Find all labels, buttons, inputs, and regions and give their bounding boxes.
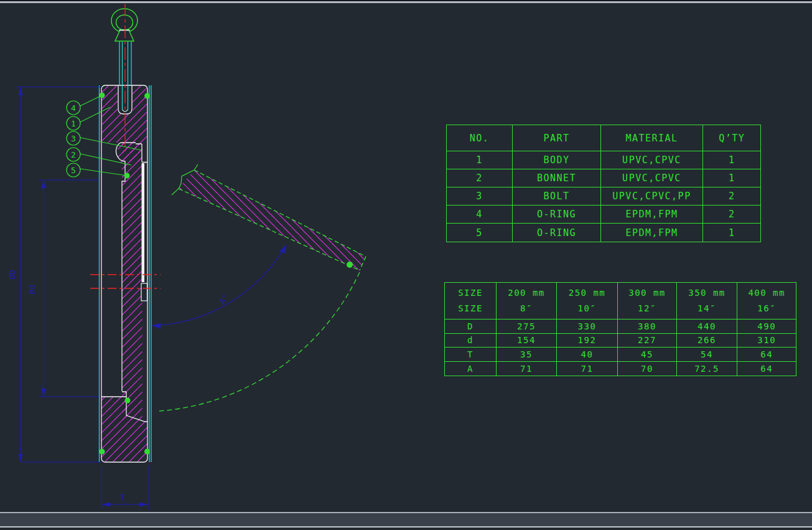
window-top-border: [0, 1, 812, 3]
closed-disc-bar: [142, 163, 145, 282]
size-table-header-line: 12″: [638, 301, 656, 316]
size-table-cell: 35: [497, 348, 557, 362]
size-table-cell: 440: [677, 319, 737, 334]
parts-table-cell: 3: [447, 187, 513, 206]
eye-ring-outer: [111, 9, 138, 32]
eye-bolt-collar: [115, 30, 134, 41]
size-table-header-line: 14″: [698, 301, 716, 316]
angle-arrow-upper: [279, 244, 289, 254]
size-table-header-line: 10″: [578, 301, 597, 316]
parts-table-cell: 1: [447, 151, 513, 169]
balloon-4-number: 4: [71, 103, 76, 113]
size-table-cell: 154: [497, 334, 557, 348]
open-disc-phantom: [159, 164, 366, 411]
drawing-canvas[interactable]: 4 1 3 2 5: [0, 0, 812, 513]
size-table-header-cell: SIZESIZE: [445, 283, 497, 319]
balloon-5-number: 5: [71, 166, 76, 175]
size-table-header-cell: 250 mm10″: [557, 283, 618, 319]
parts-table-cell: EPDM,FPM: [601, 224, 703, 242]
dim-label-thickness: T: [120, 493, 125, 502]
size-table-header-line: 200 mm: [508, 285, 545, 301]
size-table-cell: 54: [677, 348, 737, 362]
grip-dot[interactable]: [125, 398, 131, 404]
dimensions: ØD Ød T A°: [7, 87, 289, 511]
dim-label-outer-diameter: ØD: [7, 270, 17, 280]
size-table-header-cell: 400 mm16″: [737, 283, 796, 319]
balloon-3-number: 3: [71, 134, 76, 143]
parts-table-header-cell: PART: [513, 125, 601, 151]
seat-retainer-box: [141, 283, 147, 301]
size-table-header-line: 250 mm: [569, 285, 606, 301]
parts-table-cell: 2: [703, 206, 760, 224]
balloon-2-number: 2: [71, 150, 76, 159]
statusbar-band: [0, 513, 812, 526]
parts-table-cell: 2: [703, 187, 760, 206]
grip-dot[interactable]: [144, 449, 150, 455]
size-table-cell: 71: [557, 362, 618, 376]
parts-table-cell: O-RING: [513, 224, 601, 242]
size-table-cell: d: [445, 334, 497, 348]
cad-application-window: 4 1 3 2 5: [0, 0, 812, 530]
size-table-header-line: 350 mm: [688, 285, 726, 301]
size-table-header-cell: 350 mm14″: [677, 283, 737, 319]
size-table-header-line: 16″: [757, 301, 776, 316]
size-table-cell: 192: [557, 334, 618, 348]
angle-arrow-lower: [152, 323, 161, 329]
parts-table-header-cell: MATERIAL: [601, 125, 703, 151]
parts-material-table: NO.PARTMATERIALQ’TY1BODYUPVC,CPVC12BONNE…: [446, 125, 761, 242]
parts-table-cell: 5: [447, 224, 513, 242]
size-table-cell: 330: [557, 319, 618, 334]
size-table-cell: 64: [737, 348, 796, 362]
size-table-cell: 72.5: [677, 362, 737, 376]
window-bottom-strip: [0, 528, 812, 530]
size-table-header-line: 8″: [520, 301, 533, 316]
size-table-header-cell: 300 mm12″: [618, 283, 677, 319]
open-disc-hatch: [179, 170, 366, 270]
size-table-cell: 40: [557, 348, 618, 362]
size-table-cell: T: [445, 348, 497, 362]
eye-bolt: [111, 9, 138, 41]
parts-table-cell: 1: [703, 151, 760, 169]
parts-table-cell: EPDM,FPM: [601, 206, 703, 224]
size-table-cell: 45: [618, 348, 677, 362]
parts-table-cell: UPVC,CPVC: [601, 169, 703, 187]
parts-table-cell: O-RING: [513, 206, 601, 224]
parts-table-cell: BOLT: [513, 187, 601, 206]
grip-dot[interactable]: [144, 93, 150, 99]
grip-dot[interactable]: [347, 262, 353, 268]
size-table-header-line: SIZE: [458, 301, 483, 316]
grip-dot[interactable]: [100, 93, 105, 98]
size-table-cell: A: [445, 362, 497, 376]
parts-table-cell: 1: [703, 224, 760, 242]
size-dimension-table: SIZESIZE200 mm8″250 mm10″300 mm12″350 mm…: [444, 282, 796, 376]
parts-table-cell: UPVC,CPVC: [601, 151, 703, 169]
dim-inner-diameter-lines: [39, 180, 99, 397]
leader-5: [80, 169, 127, 176]
parts-table-cell: BODY: [513, 151, 601, 169]
size-table-cell: 70: [618, 362, 677, 376]
dim-label-angle: A°: [218, 293, 231, 306]
parts-table-cell: UPVC,CPVC,PP: [601, 187, 703, 206]
parts-table-cell: 2: [447, 169, 513, 187]
size-table-cell: 227: [618, 334, 677, 348]
size-table-cell: 275: [497, 319, 557, 334]
size-table-cell: 310: [737, 334, 796, 348]
size-table-cell: 64: [737, 362, 796, 376]
size-table-cell: 266: [677, 334, 737, 348]
size-table-cell: D: [445, 319, 497, 334]
grip-dot[interactable]: [124, 173, 130, 179]
section-hatch: [101, 86, 366, 462]
balloon-1-number: 1: [71, 119, 76, 128]
grip-dot[interactable]: [100, 449, 105, 455]
parts-table-cell: 4: [447, 206, 513, 224]
dim-outer-diameter-lines: [17, 87, 101, 463]
size-table-header-line: SIZE: [458, 285, 483, 301]
leader-4: [80, 95, 102, 106]
size-table-cell: 490: [737, 319, 796, 334]
size-table-header-line: 400 mm: [748, 285, 785, 301]
size-table-cell: 380: [618, 319, 677, 334]
size-table-header-line: 300 mm: [628, 285, 666, 301]
dim-label-inner-diameter: Ød: [27, 285, 37, 295]
size-table-header-cell: 200 mm8″: [497, 283, 557, 319]
parts-table-cell: 1: [703, 169, 760, 187]
